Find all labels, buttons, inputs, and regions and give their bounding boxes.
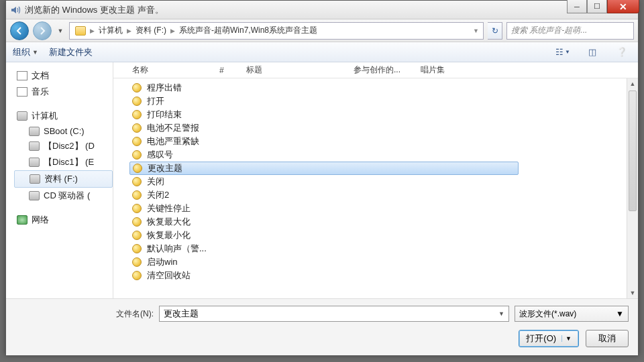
drive-icon: [29, 127, 40, 136]
column-headers[interactable]: 名称 # 标题 参与创作的... 唱片集: [113, 62, 638, 78]
audio-file-icon: [132, 177, 142, 186]
cancel-button[interactable]: 取消: [586, 330, 629, 347]
maximize-button[interactable]: ☐: [587, 0, 607, 13]
breadcrumb-seg[interactable]: 系统声音-超萌Win7,Win8系统声音主题: [176, 25, 320, 36]
file-row[interactable]: 感叹号: [129, 148, 519, 162]
audio-file-icon: [132, 97, 142, 106]
help-button[interactable]: ❔: [612, 45, 631, 60]
nav-history-dropdown[interactable]: ▼: [56, 23, 65, 38]
col-name[interactable]: 名称: [132, 64, 219, 76]
drive-icon: [29, 141, 40, 151]
search-input[interactable]: 搜索 系统声音-超萌...: [506, 22, 634, 40]
nav-row: ▼ ▶ 计算机 ▶ 资料 (F:) ▶ 系统声音-超萌Win7,Win8系统声音…: [6, 19, 638, 42]
audio-file-icon: [132, 231, 142, 240]
chevron-down-icon[interactable]: ▼: [561, 335, 572, 342]
col-artists[interactable]: 参与创作的...: [354, 64, 421, 76]
file-name: 默认响声（警...: [147, 243, 207, 255]
file-row[interactable]: 电池不足警报: [129, 121, 519, 135]
sidebar-item-music[interactable]: 音乐: [14, 84, 113, 100]
filetype-filter[interactable]: 波形文件(*.wav)▼: [515, 306, 629, 322]
chevron-right-icon[interactable]: ▶: [125, 27, 133, 34]
file-open-dialog: 浏览新的 Windows 更改主题 声音。 ─ ☐ ✕ ▼ ▶ 计算机 ▶ 资料…: [5, 0, 639, 355]
minimize-button[interactable]: ─: [567, 0, 587, 13]
chevron-down-icon[interactable]: ▼: [616, 309, 624, 318]
speaker-icon: [10, 5, 21, 15]
breadcrumb-seg[interactable]: 资料 (F:): [133, 25, 169, 36]
sidebar-item-drive[interactable]: 【Disc1】 (E: [14, 154, 113, 170]
file-row[interactable]: 电池严重紧缺: [129, 135, 519, 148]
file-name: 关闭: [147, 176, 164, 188]
file-name: 清空回收站: [147, 269, 191, 282]
audio-file-icon: [132, 217, 142, 227]
music-icon: [17, 87, 28, 97]
audio-file-icon: [132, 137, 142, 146]
file-row[interactable]: 恢复最小化: [129, 229, 519, 242]
audio-file-icon: [132, 110, 142, 119]
sidebar-item-drive[interactable]: SBoot (C:): [14, 124, 113, 138]
breadcrumb-seg[interactable]: 计算机: [96, 25, 125, 36]
toolbar: 组织▼ 新建文件夹 ☷▼ ◫ ❔: [6, 42, 638, 62]
file-name: 打印结束: [147, 109, 182, 121]
file-name: 电池不足警报: [147, 122, 199, 134]
audio-file-icon: [132, 257, 142, 267]
file-row[interactable]: 程序出错: [129, 81, 519, 95]
scroll-up-icon[interactable]: ▲: [627, 78, 638, 89]
audio-file-icon: [132, 83, 142, 93]
computer-icon: [17, 111, 28, 121]
file-name: 更改主题: [148, 162, 182, 174]
col-num[interactable]: #: [219, 66, 246, 75]
file-row[interactable]: 恢复最大化: [129, 215, 519, 229]
refresh-button[interactable]: ↻: [488, 22, 502, 40]
sidebar-item-drive[interactable]: 资料 (F:): [14, 170, 113, 188]
scroll-thumb[interactable]: [629, 90, 637, 211]
close-button[interactable]: ✕: [607, 0, 639, 13]
file-row[interactable]: 启动win: [129, 255, 519, 269]
sidebar-item-computer[interactable]: 计算机: [14, 108, 113, 124]
chevron-down-icon[interactable]: ▼: [498, 310, 504, 317]
sidebar: 文档 音乐 计算机 SBoot (C:) 【Disc2】 (D 【Disc1】 …: [6, 62, 113, 298]
titlebar[interactable]: 浏览新的 Windows 更改主题 声音。 ─ ☐ ✕: [6, 1, 638, 19]
filename-input[interactable]: 更改主题▼: [159, 306, 509, 322]
filename-label: 文件名(N):: [116, 308, 154, 320]
file-name: 关闭2: [147, 189, 169, 201]
file-row[interactable]: 打开: [129, 95, 519, 108]
new-folder-button[interactable]: 新建文件夹: [49, 46, 93, 58]
file-list[interactable]: 程序出错打开打印结束电池不足警报电池严重紧缺感叹号更改主题关闭关闭2关键性停止恢…: [113, 78, 638, 298]
audio-file-icon: [132, 150, 142, 160]
file-row[interactable]: 打印结束: [129, 108, 519, 121]
file-row[interactable]: 清空回收站: [129, 269, 519, 282]
back-button[interactable]: [10, 21, 29, 40]
file-name: 恢复最大化: [147, 216, 191, 228]
address-bar[interactable]: ▶ 计算机 ▶ 资料 (F:) ▶ 系统声音-超萌Win7,Win8系统声音主题…: [69, 22, 484, 40]
sidebar-item-drive[interactable]: CD 驱动器 (: [14, 188, 113, 204]
view-options-button[interactable]: ☷▼: [553, 45, 572, 60]
file-row[interactable]: 关闭2: [129, 188, 519, 202]
document-icon: [17, 71, 28, 80]
audio-file-icon: [132, 204, 142, 213]
file-area: 名称 # 标题 参与创作的... 唱片集 程序出错打开打印结束电池不足警报电池严…: [113, 62, 638, 298]
file-name: 打开: [147, 95, 164, 107]
col-album[interactable]: 唱片集: [421, 64, 474, 76]
preview-pane-button[interactable]: ◫: [583, 45, 602, 60]
col-title[interactable]: 标题: [246, 64, 354, 76]
chevron-right-icon[interactable]: ▶: [169, 27, 176, 34]
scrollbar[interactable]: ▲ ▼: [627, 78, 638, 298]
chevron-right-icon[interactable]: ▶: [89, 27, 96, 34]
search-placeholder: 搜索 系统声音-超萌...: [511, 25, 587, 36]
organize-menu[interactable]: 组织▼: [13, 46, 38, 58]
open-button[interactable]: 打开(O)▼: [519, 330, 579, 347]
file-row[interactable]: 默认响声（警...: [129, 242, 519, 255]
file-name: 感叹号: [147, 149, 173, 161]
sidebar-item-documents[interactable]: 文档: [14, 68, 113, 84]
chevron-down-icon[interactable]: ▼: [472, 27, 480, 34]
drive-icon: [30, 174, 40, 184]
file-row[interactable]: 关闭: [129, 175, 519, 188]
file-row[interactable]: 关键性停止: [129, 202, 519, 215]
audio-file-icon: [132, 271, 142, 280]
audio-file-icon: [132, 244, 142, 253]
sidebar-item-drive[interactable]: 【Disc2】 (D: [14, 138, 113, 154]
scroll-down-icon[interactable]: ▼: [627, 288, 638, 298]
file-row[interactable]: 更改主题: [129, 162, 519, 175]
forward-button[interactable]: [33, 21, 52, 40]
sidebar-item-network[interactable]: 网络: [14, 212, 113, 228]
